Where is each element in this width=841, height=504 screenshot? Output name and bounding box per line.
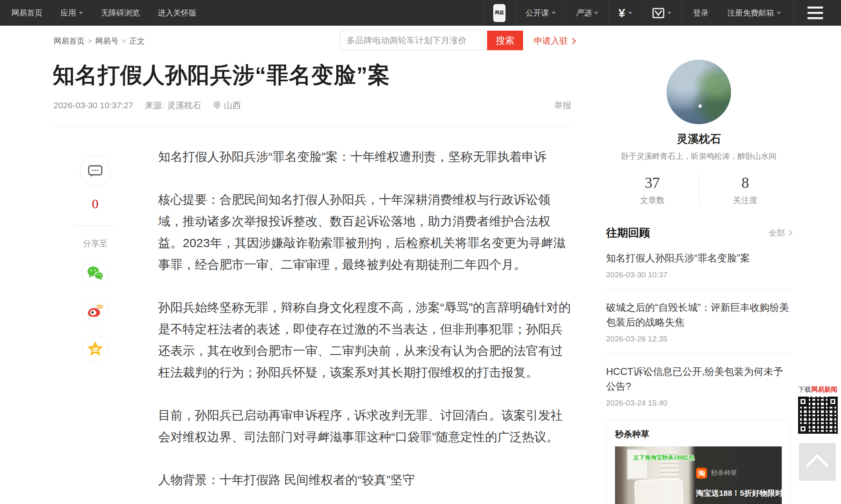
qr-finder-pattern xyxy=(798,424,808,434)
promo-brand-row: 淘 秒杀种草 xyxy=(696,468,737,479)
register-link[interactable]: 注册免费邮箱 xyxy=(727,8,781,18)
share-to-label: 分享至 xyxy=(75,238,116,249)
article-meta: 2026-03-30 10:37:27 来源: 灵溪枕石 山西 举报 xyxy=(54,100,571,111)
report-link[interactable]: 举报 xyxy=(554,100,571,111)
past-article-title: 知名打假人孙阳兵涉“罪名变脸”案 xyxy=(606,251,792,265)
arrow-right-icon xyxy=(570,38,576,44)
thumbnail-photo-frame xyxy=(627,449,649,479)
past-articles-title: 往期回顾 xyxy=(606,225,650,240)
promo-tagline: 淘宝送188！5折好物限时抢 xyxy=(696,488,782,499)
past-article-title: 破城之后的“自毁长城”：评新巨丰收购纷美包装后的战略失焦 xyxy=(606,300,792,330)
top-nav-left: 网易首页 应用 无障碍浏览 进入关怀版 xyxy=(0,8,197,18)
rail-divider xyxy=(75,225,116,226)
comment-count: 0 xyxy=(75,196,116,212)
breadcrumb-channel[interactable]: 网易号 xyxy=(95,36,119,47)
wechat-icon xyxy=(87,266,104,281)
nav-apps-label: 应用 xyxy=(60,8,76,18)
breadcrumb-separator: > xyxy=(88,37,92,45)
source-name: 灵溪枕石 xyxy=(167,100,201,111)
article-paragraph: 目前，孙阳兵已启动再审申诉程序，诉求改判无罪、讨回清白。该案引发社会对维权边界、… xyxy=(158,404,572,448)
nav-accessibility-link[interactable]: 无障碍浏览 xyxy=(101,8,140,18)
search-button[interactable]: 搜索 xyxy=(487,31,523,50)
share-rail: 0 分享至 xyxy=(75,156,116,362)
search-input[interactable] xyxy=(340,31,487,50)
nav-home-link[interactable]: 网易首页 xyxy=(11,8,42,18)
flash-sale-card: 秒杀种草 左下角淘宝秒杀188红包 淘 秒杀种草 淘宝送188！5折好物限时抢 xyxy=(606,420,791,504)
author-name[interactable]: 灵溪枕石 xyxy=(606,132,792,146)
past-article-date: 2026-03-24 15:40 xyxy=(606,399,792,408)
view-all-link[interactable]: 全部 xyxy=(769,227,792,239)
weibo-icon xyxy=(87,304,103,318)
apply-to-join-link[interactable]: 申请入驻 xyxy=(534,35,575,47)
qr-code xyxy=(798,397,838,434)
stat-articles: 37 文章数 xyxy=(606,174,699,206)
past-article-item[interactable]: HCCT诉讼信息已公开,纷美包装为何未予公告? 2026-03-24 15:40 xyxy=(606,354,792,417)
breadcrumb-separator: > xyxy=(122,37,126,45)
past-article-item[interactable]: 知名打假人孙阳兵涉“罪名变脸”案 2026-03-30 10:37 xyxy=(606,240,792,290)
promo-brand-label: 秒杀种草 xyxy=(711,469,737,477)
comment-button[interactable] xyxy=(80,156,111,187)
qzone-star-icon xyxy=(87,341,103,356)
breadcrumb-home[interactable]: 网易首页 xyxy=(54,36,85,47)
promo-video-thumbnail[interactable]: 左下角淘宝秒杀188红包 淘 秒杀种草 淘宝送188！5折好物限时抢 xyxy=(615,446,782,504)
article-paragraph: 人物背景：十年打假路 民间维权者的“较真”坚守 xyxy=(158,469,572,491)
article-paragraph: 孙阳兵始终坚称无罪，辩称自身文化程度不高，涉案“辱骂”的言辞明确针对的是不特定枉… xyxy=(158,297,572,383)
nav-finance-menu[interactable]: ¥ xyxy=(608,0,642,26)
location-name: 山西 xyxy=(224,100,241,111)
article-body: 知名打假人孙阳兵涉“罪名变脸”案：十年维权遭刑责，坚称无罪执着申诉 核心提要：合… xyxy=(158,146,572,504)
author-stats: 37 文章数 8 关注度 xyxy=(606,174,792,206)
past-articles-header: 往期回顾 全部 xyxy=(606,225,792,240)
download-app-label: 下载网易新闻 xyxy=(798,386,839,394)
past-article-title: HCCT诉讼信息已公开,纷美包装为何未予公告? xyxy=(606,364,792,394)
qr-finder-pattern xyxy=(828,397,838,406)
netease-article-page: 网易首页 应用 无障碍浏览 进入关怀版 网易 公开课 严选 ¥ xyxy=(0,0,841,504)
chevron-down-icon xyxy=(594,12,598,14)
hamburger-menu-icon[interactable] xyxy=(793,0,841,26)
past-article-date: 2026-03-30 10:37 xyxy=(606,270,792,279)
chevron-right-icon xyxy=(787,230,792,236)
mobile-app-entry[interactable]: 网易 xyxy=(483,0,515,26)
apply-label: 申请入驻 xyxy=(534,35,568,47)
login-link[interactable]: 登录 xyxy=(693,8,709,18)
promo-right-panel: 淘 秒杀种草 淘宝送188！5折好物限时抢 xyxy=(693,446,782,504)
source-label: 来源: xyxy=(145,100,164,111)
articles-label: 文章数 xyxy=(606,195,699,206)
search-bar: 搜索 xyxy=(340,31,523,50)
followers-label: 关注度 xyxy=(699,195,792,206)
taobao-icon: 淘 xyxy=(696,468,707,479)
chevron-up-icon xyxy=(806,454,829,477)
top-nav-right: 网易 公开课 严选 ¥ 登录 xyxy=(483,0,841,26)
nav-yanxuan-menu[interactable]: 严选 xyxy=(566,0,608,26)
author-card: 灵溪枕石 卧于灵溪畔青石上，听泉鸣松涛，醉卧山水间 37 文章数 8 关注度 xyxy=(606,60,792,206)
back-to-top-button[interactable] xyxy=(799,443,836,481)
thumbnail-plastic-bin xyxy=(634,479,684,504)
article-title: 知名打假人孙阳兵涉“罪名变脸”案 xyxy=(53,60,576,90)
download-brand: 网易新闻 xyxy=(811,386,837,393)
yanxuan-label: 严选 xyxy=(576,8,591,18)
yuan-icon: ¥ xyxy=(618,6,625,20)
author-avatar[interactable] xyxy=(667,60,731,124)
followers-count: 8 xyxy=(699,174,792,192)
share-weibo-button[interactable] xyxy=(82,297,109,324)
chevron-down-icon xyxy=(552,12,556,14)
article-paragraph: 核心提要：合肥民间知名打假人孙阳兵，十年深耕消费维权与行政诉讼领域，推动诸多次举… xyxy=(158,189,572,275)
article-location: 山西 xyxy=(213,100,241,111)
stat-followers: 8 关注度 xyxy=(699,174,792,206)
past-article-item[interactable]: 破城之后的“自毁长城”：评新巨丰收购纷美包装后的战略失焦 2026-03-26 … xyxy=(606,290,792,354)
nav-care-mode-link[interactable]: 进入关怀版 xyxy=(158,8,197,18)
top-nav-bar: 网易首页 应用 无障碍浏览 进入关怀版 网易 公开课 严选 ¥ xyxy=(0,0,841,26)
share-wechat-button[interactable] xyxy=(82,260,109,287)
article-source[interactable]: 来源: 灵溪枕石 xyxy=(145,100,201,111)
download-prefix: 下载 xyxy=(798,386,811,393)
nav-open-course-menu[interactable]: 公开课 xyxy=(515,0,566,26)
location-pin-icon xyxy=(213,101,221,110)
open-course-label: 公开课 xyxy=(526,8,549,18)
nav-mail-menu[interactable] xyxy=(642,0,681,26)
share-qzone-button[interactable] xyxy=(82,335,109,362)
nav-apps-menu[interactable]: 应用 xyxy=(60,8,83,18)
past-article-date: 2026-03-26 12:35 xyxy=(606,335,792,343)
meta-divider xyxy=(54,126,571,127)
mail-icon xyxy=(652,7,664,19)
netease-phone-icon: 网易 xyxy=(493,4,505,22)
chevron-down-icon xyxy=(777,12,781,14)
